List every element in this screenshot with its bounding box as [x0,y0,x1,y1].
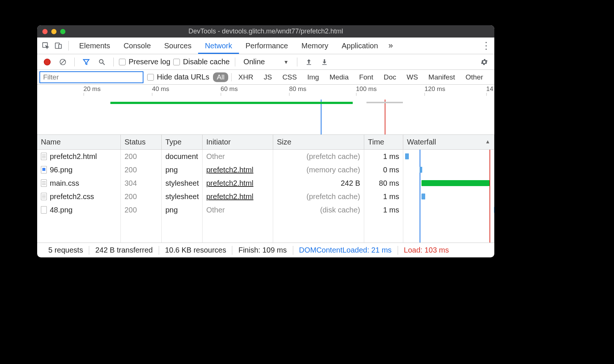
cell-size[interactable]: (prefetch cache) [273,150,364,163]
cell-time[interactable]: 1 ms [364,203,403,217]
tab-console[interactable]: Console [117,38,157,54]
cell-initiator[interactable]: Other [203,203,273,217]
tab-network[interactable]: Network [198,38,239,54]
cell-waterfall[interactable] [403,163,494,176]
cell-name[interactable]: prefetch2.html [37,150,121,163]
settings-gear-icon[interactable] [478,56,491,68]
cell-size[interactable]: 242 B [273,176,364,190]
filter-type-font[interactable]: Font [355,72,377,82]
col-initiator[interactable]: Initiator [203,135,273,150]
cell-name[interactable]: main.css [37,176,121,190]
preserve-log-checkbox[interactable]: Preserve log [119,58,170,66]
load-marker [489,163,491,176]
cell-time[interactable]: 1 ms [364,150,403,163]
cell-type[interactable]: stylesheet [162,190,203,203]
search-icon[interactable] [96,56,108,68]
cell-initiator[interactable]: prefetch2.html [203,163,273,176]
file-icon [41,179,47,187]
cell-status[interactable]: 200 [121,150,162,163]
device-toolbar-icon[interactable] [52,39,65,52]
filter-type-manifest[interactable]: Manifest [425,72,459,82]
cell-time[interactable]: 1 ms [364,190,403,203]
cell-name[interactable]: prefetch2.css [37,190,121,203]
disable-cache-checkbox[interactable]: Disable cache [173,58,230,66]
cell-waterfall[interactable] [403,150,494,163]
cell-waterfall[interactable] [403,203,494,217]
cell-type[interactable]: stylesheet [162,176,203,190]
dcl-marker [420,190,421,203]
cell-initiator[interactable]: prefetch2.html [203,176,273,190]
cell-type[interactable]: png [162,163,203,176]
timeline-tick: 20 ms [83,85,100,93]
filter-input[interactable] [39,71,143,83]
waterfall-bar [494,207,494,213]
tab-memory[interactable]: Memory [295,38,335,54]
tab-elements[interactable]: Elements [72,38,117,54]
timeline-tick: 40 ms [152,85,169,93]
col-name[interactable]: Name [37,135,121,150]
tab-sources[interactable]: Sources [158,38,198,54]
overview-region [37,100,494,135]
inspect-element-icon[interactable] [39,39,52,52]
upload-har-icon[interactable] [303,56,315,68]
requests-table: Name Status Type Initiator Size Time Wat… [37,135,494,243]
tab-performance[interactable]: Performance [239,38,295,54]
cell-waterfall[interactable] [403,190,494,203]
cell-waterfall[interactable] [403,176,494,190]
clear-button[interactable] [56,56,69,68]
cell-status[interactable]: 200 [121,190,162,203]
cell-type[interactable]: png [162,203,203,217]
cell-status[interactable]: 200 [121,203,162,217]
col-size[interactable]: Size [273,135,364,150]
filter-type-ws[interactable]: WS [403,72,422,82]
filter-type-xhr[interactable]: XHR [235,72,257,82]
request-name: prefetch2.css [50,192,94,201]
cell-status[interactable]: 200 [121,163,162,176]
cell-time[interactable]: 80 ms [364,176,403,190]
svg-rect-2 [59,44,61,48]
waterfall-bar [420,167,422,173]
dcl-marker [420,176,421,190]
cell-initiator[interactable]: prefetch2.html [203,190,273,203]
filter-type-doc[interactable]: Doc [380,72,400,82]
record-button[interactable] [41,56,54,68]
col-waterfall[interactable]: Waterfall [403,135,494,150]
cell-time[interactable]: 0 ms [364,163,403,176]
filter-type-img[interactable]: Img [304,72,323,82]
timeline-overview[interactable]: 20 ms40 ms60 ms80 ms100 ms120 ms14 [37,85,494,135]
table-empty-area [37,217,494,243]
request-name: main.css [50,179,79,188]
cell-name[interactable]: 48.png [37,203,121,217]
throttling-dropdown[interactable]: Online ▼ [240,58,292,66]
cell-type[interactable]: document [162,150,203,163]
filter-type-all[interactable]: All [213,72,228,82]
hide-data-urls-checkbox[interactable]: Hide data URLs [147,73,209,81]
cell-status[interactable]: 304 [121,176,162,190]
filter-type-css[interactable]: CSS [279,72,301,82]
svg-line-6 [103,63,105,65]
filter-toggle-icon[interactable] [80,56,93,68]
file-icon [41,153,47,160]
cell-name[interactable]: 96.png [37,163,121,176]
more-options-icon[interactable]: ⋮ [479,39,492,52]
cell-size[interactable]: (disk cache) [273,203,364,217]
timeline-tick: 120 ms [424,85,445,93]
col-time[interactable]: Time [364,135,403,150]
col-type[interactable]: Type [162,135,203,150]
chevron-down-icon: ▼ [284,59,289,65]
col-status[interactable]: Status [121,135,162,150]
filter-bar: Hide data URLs AllXHRJSCSSImgMediaFontDo… [37,70,494,85]
footer-load: Load: 103 ms [398,246,455,254]
tab-application[interactable]: Application [335,38,385,54]
timeline-tick: 60 ms [220,85,237,93]
cell-initiator[interactable]: Other [203,150,273,163]
hide-data-urls-label: Hide data URLs [157,73,209,81]
filter-type-js[interactable]: JS [260,72,275,82]
overflow-tabs-button[interactable]: » [385,38,397,54]
file-icon [41,166,47,173]
download-har-icon[interactable] [318,56,331,68]
cell-size[interactable]: (prefetch cache) [273,190,364,203]
cell-size[interactable]: (memory cache) [273,163,364,176]
filter-type-media[interactable]: Media [326,72,352,82]
filter-type-other[interactable]: Other [462,72,487,82]
